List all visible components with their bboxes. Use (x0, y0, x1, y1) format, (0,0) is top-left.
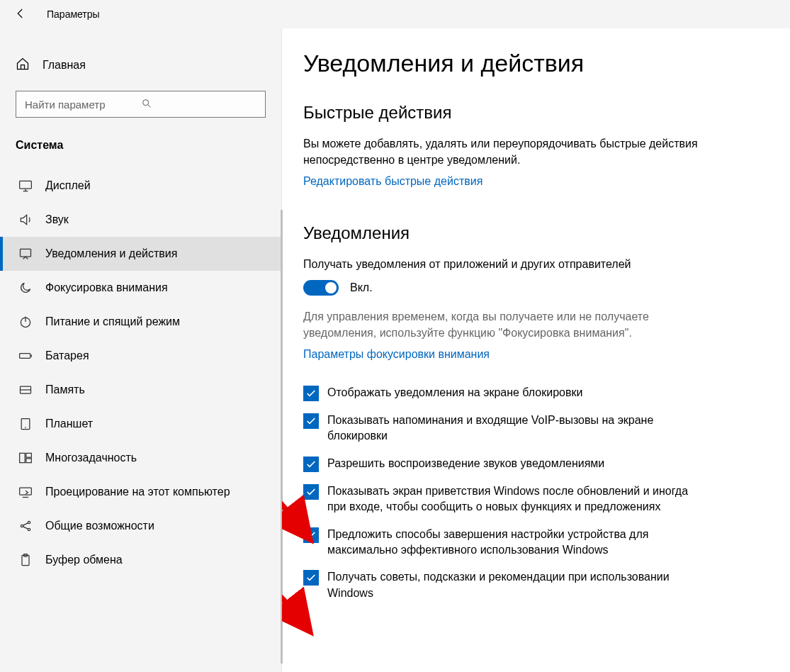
checkbox-row-4: Предложить способы завершения настройки … (303, 527, 700, 559)
sidebar-item-label: Буфер обмена (45, 554, 123, 566)
sidebar: Главная Найти параметр Система ДисплейЗв… (0, 28, 282, 672)
checkbox-label-0: Отображать уведомления на экране блокиро… (327, 385, 582, 401)
shared-icon (18, 519, 33, 533)
sidebar-item-notify[interactable]: Уведомления и действия (0, 237, 281, 271)
sidebar-item-shared[interactable]: Общие возможности (0, 509, 281, 543)
sidebar-item-label: Питание и спящий режим (45, 315, 180, 328)
sidebar-item-label: Многозадачность (45, 452, 137, 464)
notifications-toggle[interactable] (303, 280, 339, 296)
checkbox-0[interactable] (303, 386, 319, 401)
checkbox-3[interactable] (303, 484, 319, 500)
moon-icon (18, 281, 33, 295)
checkbox-label-1: Показывать напоминания и входящие VoIP-в… (327, 413, 700, 444)
checkbox-1[interactable] (303, 413, 319, 429)
notify-icon (18, 247, 33, 261)
search-icon (141, 98, 257, 111)
page-title: Уведомления и действия (303, 50, 762, 77)
svg-point-12 (28, 521, 30, 523)
sidebar-item-sound[interactable]: Звук (0, 203, 281, 237)
content: Уведомления и действия Быстрые действия … (282, 28, 790, 672)
sidebar-home[interactable]: Главная (0, 50, 281, 81)
quick-actions-desc: Вы можете добавлять, удалять или переупо… (303, 135, 707, 168)
checkbox-row-0: Отображать уведомления на экране блокиро… (303, 385, 700, 401)
sidebar-item-label: Уведомления и действия (45, 247, 177, 260)
sound-icon (18, 213, 33, 227)
checkbox-label-5: Получать советы, подсказки и рекомендаци… (327, 569, 700, 601)
search-placeholder: Найти параметр (25, 99, 141, 111)
sidebar-group-title: Система (0, 132, 281, 169)
svg-point-13 (28, 528, 30, 530)
focus-assist-link[interactable]: Параметры фокусировки внимания (303, 348, 762, 361)
notifications-heading: Уведомления (303, 223, 762, 243)
sidebar-item-multitask[interactable]: Многозадачность (0, 441, 281, 475)
power-icon (18, 315, 33, 329)
sidebar-item-label: Планшет (45, 418, 93, 430)
svg-rect-2 (21, 249, 31, 257)
search-input[interactable]: Найти параметр (16, 91, 266, 118)
sidebar-item-moon[interactable]: Фокусировка внимания (0, 271, 281, 305)
svg-rect-9 (26, 459, 32, 463)
sidebar-item-label: Дисплей (45, 179, 91, 192)
window-title: Параметры (47, 9, 100, 20)
checkbox-label-4: Предложить способы завершения настройки … (327, 527, 700, 559)
sidebar-item-clipboard[interactable]: Буфер обмена (0, 543, 281, 577)
svg-rect-7 (20, 453, 26, 462)
titlebar: Параметры (0, 0, 790, 28)
checkbox-row-2: Разрешить воспроизведение звуков уведомл… (303, 456, 700, 472)
quick-actions-heading: Быстрые действия (303, 103, 762, 123)
sidebar-item-battery[interactable]: Батарея (0, 339, 281, 373)
sidebar-item-tablet[interactable]: Планшет (0, 407, 281, 441)
sidebar-item-label: Батарея (45, 349, 89, 362)
back-icon[interactable] (14, 7, 27, 22)
checkbox-5[interactable] (303, 570, 319, 586)
sidebar-home-label: Главная (43, 59, 86, 72)
sidebar-item-project[interactable]: Проецирование на этот компьютер (0, 475, 281, 509)
checkbox-label-2: Разрешить воспроизведение звуков уведомл… (327, 456, 604, 471)
checkbox-2[interactable] (303, 457, 319, 472)
project-icon (18, 485, 33, 499)
clipboard-icon (18, 553, 33, 567)
home-icon (16, 57, 30, 74)
edit-quick-actions-link[interactable]: Редактировать быстрые действия (303, 175, 762, 188)
multitask-icon (18, 451, 33, 465)
sidebar-item-label: Общие возможности (45, 520, 154, 532)
focus-assist-desc: Для управления временем, когда вы получа… (303, 308, 707, 341)
storage-icon (18, 383, 33, 397)
svg-point-0 (142, 99, 148, 105)
checkbox-row-5: Получать советы, подсказки и рекомендаци… (303, 569, 700, 601)
checkbox-label-3: Показывать экран приветствия Windows пос… (327, 483, 700, 515)
battery-icon (18, 349, 33, 363)
svg-rect-4 (20, 354, 30, 359)
svg-rect-1 (20, 181, 32, 189)
svg-rect-8 (26, 453, 32, 457)
sidebar-item-label: Проецирование на этот компьютер (45, 486, 230, 498)
sidebar-item-display[interactable]: Дисплей (0, 169, 281, 203)
sidebar-item-label: Звук (45, 213, 69, 226)
sidebar-item-label: Фокусировка внимания (45, 281, 168, 294)
svg-point-11 (21, 525, 23, 527)
tablet-icon (18, 417, 33, 431)
checkbox-4[interactable] (303, 527, 319, 543)
sidebar-item-power[interactable]: Питание и спящий режим (0, 305, 281, 339)
display-icon (18, 179, 33, 193)
checkbox-row-1: Показывать напоминания и входящие VoIP-в… (303, 413, 700, 444)
sidebar-item-storage[interactable]: Память (0, 373, 281, 407)
sidebar-item-label: Память (45, 383, 85, 396)
toggle-state-label: Вкл. (350, 281, 373, 294)
notif-source-label: Получать уведомления от приложений и дру… (303, 256, 707, 272)
checkbox-row-3: Показывать экран приветствия Windows пос… (303, 483, 700, 515)
